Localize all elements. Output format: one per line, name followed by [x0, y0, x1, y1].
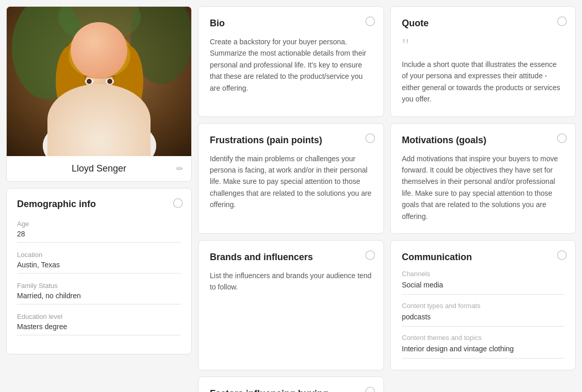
education-label: Education level: [17, 313, 181, 320]
profile-name: Lloyd Senger: [72, 163, 126, 174]
motivations-hint-icon: ◯: [557, 132, 567, 143]
svg-point-14: [107, 79, 112, 84]
svg-point-25: [79, 143, 84, 147]
frustrations-hint-icon: ◯: [365, 132, 375, 143]
svg-point-28: [110, 145, 114, 149]
edit-profile-icon[interactable]: ✏: [176, 164, 183, 174]
quote-body: Include a short quote that illustrates t…: [402, 59, 564, 105]
svg-point-8: [56, 45, 87, 117]
svg-point-15: [97, 88, 102, 92]
frustrations-card: ◯ Frustrations (pain points) Identify th…: [198, 123, 384, 234]
quote-title: Quote: [402, 18, 564, 29]
themes-label: Content themes and topics: [402, 334, 564, 342]
age-field: Age 28: [17, 220, 181, 243]
location-field: Location Austin, Texas: [17, 251, 181, 274]
profile-image: [7, 7, 191, 156]
quote-mark: ": [402, 36, 564, 55]
profile-name-row: Lloyd Senger ✏: [7, 156, 191, 181]
quote-hint-icon: ◯: [557, 15, 567, 26]
svg-point-22: [95, 132, 99, 137]
main-grid: ◯ Bio Create a backstory for your buyer …: [198, 6, 576, 392]
formats-value: podcasts: [402, 313, 564, 327]
brands-body: List the influencers and brands your aud…: [210, 270, 372, 293]
svg-rect-6: [91, 107, 108, 133]
left-column: Lloyd Senger ✏ ◯ Demographic info Age 28…: [6, 6, 192, 392]
family-status-field: Family Status Married, no children: [17, 282, 181, 304]
age-label: Age: [17, 220, 181, 228]
svg-point-16: [93, 98, 106, 105]
location-value: Austin, Texas: [17, 261, 181, 274]
motivations-title: Motivations (goals): [402, 135, 564, 146]
svg-point-17: [75, 89, 91, 99]
svg-point-24: [115, 139, 120, 143]
age-value: 28: [17, 230, 181, 243]
svg-point-19: [43, 115, 156, 156]
communication-hint-icon: ◯: [557, 249, 567, 260]
family-status-label: Family Status: [17, 282, 181, 289]
education-field: Education level Masters degree: [17, 313, 181, 335]
svg-point-23: [105, 136, 109, 140]
demographic-hint-icon: ◯: [173, 197, 183, 208]
brands-title: Brands and influencers: [210, 252, 372, 263]
channels-label: Channels: [402, 270, 564, 278]
svg-point-12: [87, 79, 92, 84]
brands-hint-icon: ◯: [365, 249, 375, 260]
frustrations-body: Identify the main problems or challenges…: [210, 153, 372, 211]
demographic-title: Demographic info: [17, 199, 181, 210]
svg-point-29: [121, 143, 125, 147]
bio-hint-icon: ◯: [365, 15, 375, 26]
svg-point-10: [69, 32, 130, 79]
education-value: Masters degree: [17, 322, 181, 335]
profile-card: Lloyd Senger ✏: [6, 6, 192, 182]
communication-card: ◯ Communication Channels Social media Co…: [390, 240, 576, 370]
communication-title: Communication: [402, 252, 564, 263]
motivations-body: Add motivations that inspire your buyers…: [402, 153, 564, 222]
channels-value: Social media: [402, 281, 564, 295]
factors-hint-icon: ◯: [365, 385, 375, 392]
svg-point-20: [43, 115, 156, 156]
svg-point-27: [100, 141, 104, 145]
location-label: Location: [17, 251, 181, 259]
motivations-card: ◯ Motivations (goals) Add motivations th…: [390, 123, 576, 234]
factors-title: Factors influencing buying decisions: [210, 388, 372, 392]
family-status-value: Married, no children: [17, 292, 181, 304]
svg-point-26: [90, 144, 94, 148]
bio-body: Create a backstory for your buyer person…: [210, 36, 372, 94]
brands-card: ◯ Brands and influencers List the influe…: [198, 240, 384, 370]
svg-point-18: [108, 89, 124, 99]
bio-card: ◯ Bio Create a backstory for your buyer …: [198, 6, 384, 117]
bio-title: Bio: [210, 18, 372, 29]
frustrations-title: Frustrations (pain points): [210, 135, 372, 146]
quote-card: ◯ Quote " Include a short quote that ill…: [390, 6, 576, 117]
factors-card: ◯ Factors influencing buying decisions: [198, 377, 384, 392]
formats-label: Content types and formats: [402, 302, 564, 310]
themes-value: Interior design and vintage clothing: [402, 345, 564, 359]
svg-point-21: [85, 136, 89, 140]
demographic-card: ◯ Demographic info Age 28 Location Austi…: [6, 188, 192, 354]
